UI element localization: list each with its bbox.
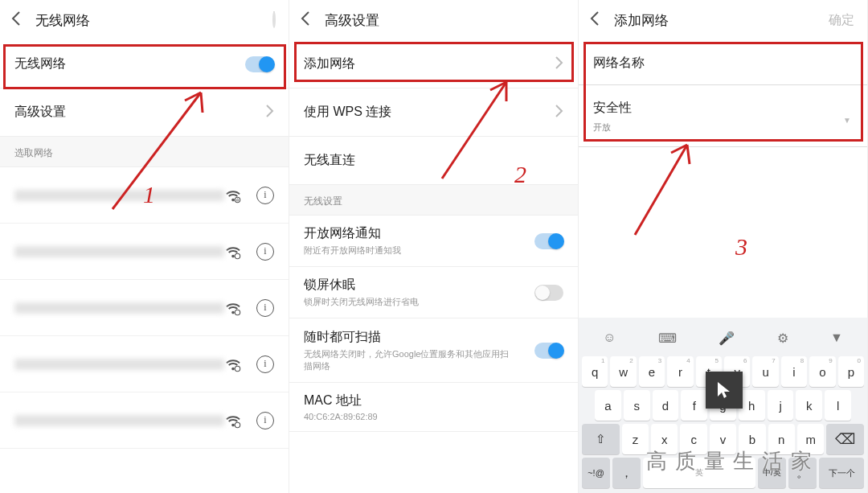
header: 添加网络 确定: [579, 0, 867, 40]
collapse-icon[interactable]: ▼: [830, 331, 843, 345]
key-a[interactable]: a: [595, 390, 621, 421]
network-name-blurred: [14, 415, 224, 426]
wifi-direct-row[interactable]: 无线直连: [289, 137, 578, 185]
security-field[interactable]: 安全性 开放 ▼: [579, 85, 867, 147]
sleep-row[interactable]: 锁屏休眠 锁屏时关闭无线网络进行省电: [289, 267, 578, 318]
key-shift[interactable]: ⇧: [582, 424, 620, 454]
svg-point-3: [235, 366, 240, 371]
info-icon[interactable]: i: [256, 299, 274, 317]
security-value: 开放: [593, 121, 853, 134]
panel-add-network: 添加网络 确定 网络名称 安全性 开放 ▼ 3 ☺ ⌨ 🎤 ⚙ ▼ q w e …: [579, 0, 868, 493]
wifi-signal-icon: [224, 412, 242, 429]
key-o[interactable]: o: [809, 356, 835, 387]
add-network-row[interactable]: 添加网络: [289, 40, 578, 88]
annotation-step-1: 1: [143, 181, 155, 208]
network-row[interactable]: i: [0, 224, 289, 280]
emoji-icon[interactable]: ☺: [603, 331, 616, 345]
sleep-toggle[interactable]: [534, 285, 563, 301]
key-space[interactable]: 英: [643, 458, 755, 488]
key-symbols[interactable]: ~!@: [582, 458, 610, 488]
wifi-toggle[interactable]: [245, 56, 274, 72]
scan-toggle[interactable]: [534, 343, 563, 359]
annotation-step-3: 3: [735, 233, 747, 261]
svg-point-4: [235, 422, 240, 427]
network-row[interactable]: i: [0, 336, 289, 392]
panel-advanced: 高级设置 添加网络 使用 WPS 连接 无线直连 无线设置 开放网络通知 附近有…: [289, 0, 579, 493]
mic-icon[interactable]: 🎤: [719, 331, 735, 346]
wifi-signal-icon: [224, 243, 242, 261]
wifi-toggle-row[interactable]: 无线网络: [0, 40, 289, 88]
scan-row[interactable]: 随时都可扫描 无线网络关闭时，允许Google位置服务和其他应用扫描网络: [289, 318, 578, 383]
key-lang[interactable]: 中/英: [758, 458, 786, 488]
wifi-signal-icon: [224, 299, 242, 317]
scan-label: 随时都可扫描: [304, 329, 534, 346]
svg-point-0: [235, 197, 240, 202]
wps-row[interactable]: 使用 WPS 连接: [289, 88, 578, 137]
sleep-label: 锁屏休眠: [304, 277, 534, 294]
open-notify-label: 开放网络通知: [304, 225, 534, 242]
add-network-label: 添加网络: [304, 55, 555, 72]
back-icon[interactable]: [11, 11, 21, 29]
key-d[interactable]: d: [653, 390, 679, 421]
mac-row: MAC 地址 40:C6:2A:89:62:89: [289, 383, 578, 432]
confirm-button[interactable]: 确定: [829, 12, 854, 29]
network-name-blurred: [14, 359, 224, 370]
header: 高级设置: [289, 0, 578, 40]
keyboard-icon[interactable]: ⌨: [658, 331, 677, 346]
select-network-section: 选取网络: [0, 137, 289, 167]
network-row[interactable]: i: [0, 280, 289, 336]
key-period[interactable]: 。: [788, 458, 817, 488]
key-l[interactable]: l: [825, 390, 851, 421]
key-x[interactable]: x: [651, 424, 678, 454]
key-r[interactable]: r: [667, 356, 693, 387]
wifi-signal-icon: [224, 187, 242, 204]
key-m[interactable]: m: [797, 424, 824, 454]
info-icon[interactable]: i: [256, 412, 274, 429]
refresh-icon[interactable]: [272, 13, 276, 27]
security-label: 安全性: [593, 100, 853, 117]
lang-indicator: 英: [695, 467, 703, 479]
key-z[interactable]: z: [622, 424, 649, 454]
key-w[interactable]: w: [610, 356, 636, 387]
network-name-field[interactable]: 网络名称: [579, 40, 867, 85]
key-q[interactable]: q: [582, 356, 608, 387]
keyboard-toolbar: ☺ ⌨ 🎤 ⚙ ▼: [582, 323, 864, 353]
key-k[interactable]: k: [796, 390, 822, 421]
key-c[interactable]: c: [680, 424, 706, 454]
key-f[interactable]: f: [681, 390, 707, 421]
network-row[interactable]: i: [0, 392, 289, 449]
key-u[interactable]: u: [752, 356, 778, 387]
network-name-blurred: [14, 246, 224, 257]
key-v[interactable]: v: [710, 424, 736, 454]
gear-icon[interactable]: ⚙: [777, 331, 788, 346]
page-title: 添加网络: [614, 11, 669, 30]
key-p[interactable]: p: [838, 356, 864, 387]
key-j[interactable]: j: [768, 390, 794, 421]
key-e[interactable]: e: [639, 356, 665, 387]
svg-point-2: [235, 310, 240, 314]
open-notify-row[interactable]: 开放网络通知 附近有开放网络时通知我: [289, 216, 578, 267]
key-comma[interactable]: ，: [612, 458, 641, 488]
key-i[interactable]: i: [781, 356, 807, 387]
network-name-blurred: [14, 302, 224, 314]
header: 无线网络: [0, 0, 289, 40]
open-notify-sub: 附近有开放网络时通知我: [304, 244, 534, 257]
info-icon[interactable]: i: [256, 187, 274, 204]
back-icon[interactable]: [301, 11, 310, 29]
wifi-toggle-label: 无线网络: [14, 55, 245, 72]
info-icon[interactable]: i: [256, 355, 274, 373]
key-b[interactable]: b: [739, 424, 765, 454]
key-s[interactable]: s: [624, 390, 650, 421]
chevron-right-icon: [555, 105, 563, 121]
wireless-section: 无线设置: [289, 185, 578, 216]
back-icon[interactable]: [590, 11, 600, 29]
advanced-settings-row[interactable]: 高级设置: [0, 88, 289, 137]
open-notify-toggle[interactable]: [534, 233, 563, 249]
sleep-sub: 锁屏时关闭无线网络进行省电: [304, 296, 534, 308]
cursor-overlay-icon: [706, 372, 743, 409]
annotation-arrow-3: [627, 138, 731, 243]
key-backspace[interactable]: ⌫: [826, 424, 864, 454]
key-n[interactable]: n: [768, 424, 795, 454]
info-icon[interactable]: i: [256, 243, 274, 261]
key-next[interactable]: 下一个: [819, 458, 864, 488]
